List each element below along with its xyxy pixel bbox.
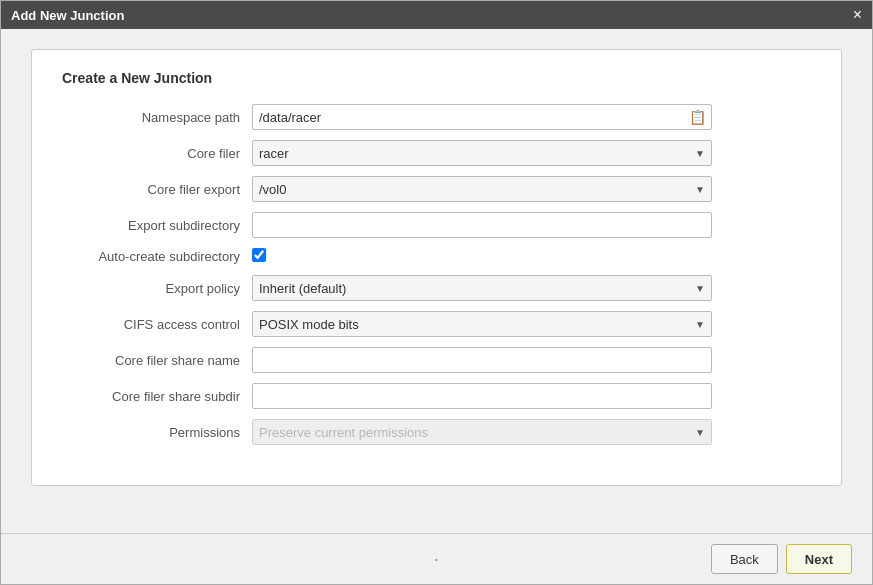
cifs-access-control-label: CIFS access control [62, 317, 252, 332]
core-filer-share-subdir-label: Core filer share subdir [62, 389, 252, 404]
export-subdirectory-input[interactable] [252, 212, 712, 238]
core-filer-row: Core filer racer [62, 140, 811, 166]
cifs-access-control-control: POSIX mode bits [252, 311, 712, 337]
page-indicator: • [435, 555, 438, 564]
core-filer-share-name-label: Core filer share name [62, 353, 252, 368]
auto-create-subdirectory-control [252, 248, 712, 265]
dialog-titlebar: Add New Junction × [1, 1, 872, 29]
export-subdirectory-label: Export subdirectory [62, 218, 252, 233]
permissions-row: Permissions Preserve current permissions [62, 419, 811, 445]
panel-title: Create a New Junction [62, 70, 811, 86]
form-panel: Create a New Junction Namespace path 📋 C… [31, 49, 842, 486]
dialog-footer: • Back Next [1, 533, 872, 584]
core-filer-share-name-control [252, 347, 712, 373]
auto-create-subdirectory-label: Auto-create subdirectory [62, 249, 252, 264]
core-filer-share-subdir-row: Core filer share subdir [62, 383, 811, 409]
core-filer-label: Core filer [62, 146, 252, 161]
namespace-path-control: 📋 [252, 104, 712, 130]
core-filer-export-label: Core filer export [62, 182, 252, 197]
export-policy-control: Inherit (default) [252, 275, 712, 301]
permissions-control: Preserve current permissions [252, 419, 712, 445]
core-filer-share-subdir-control [252, 383, 712, 409]
permissions-select[interactable]: Preserve current permissions [252, 419, 712, 445]
dialog-title: Add New Junction [11, 8, 124, 23]
core-filer-export-select[interactable]: /vol0 [252, 176, 712, 202]
namespace-path-label: Namespace path [62, 110, 252, 125]
cifs-access-control-select[interactable]: POSIX mode bits [252, 311, 712, 337]
core-filer-share-name-input[interactable] [252, 347, 712, 373]
core-filer-export-row: Core filer export /vol0 [62, 176, 811, 202]
core-filer-share-subdir-input[interactable] [252, 383, 712, 409]
export-policy-label: Export policy [62, 281, 252, 296]
cifs-access-control-row: CIFS access control POSIX mode bits [62, 311, 811, 337]
dialog-body: Create a New Junction Namespace path 📋 C… [1, 29, 872, 533]
core-filer-export-control: /vol0 [252, 176, 712, 202]
add-new-junction-dialog: Add New Junction × Create a New Junction… [0, 0, 873, 585]
permissions-label: Permissions [62, 425, 252, 440]
auto-create-subdirectory-checkbox[interactable] [252, 248, 266, 262]
export-policy-row: Export policy Inherit (default) [62, 275, 811, 301]
core-filer-control: racer [252, 140, 712, 166]
export-subdirectory-control [252, 212, 712, 238]
namespace-path-row: Namespace path 📋 [62, 104, 811, 130]
close-button[interactable]: × [853, 7, 862, 23]
core-filer-select[interactable]: racer [252, 140, 712, 166]
next-button[interactable]: Next [786, 544, 852, 574]
back-button[interactable]: Back [711, 544, 778, 574]
export-subdirectory-row: Export subdirectory [62, 212, 811, 238]
namespace-path-input[interactable] [252, 104, 712, 130]
core-filer-share-name-row: Core filer share name [62, 347, 811, 373]
export-policy-select[interactable]: Inherit (default) [252, 275, 712, 301]
auto-create-subdirectory-row: Auto-create subdirectory [62, 248, 811, 265]
